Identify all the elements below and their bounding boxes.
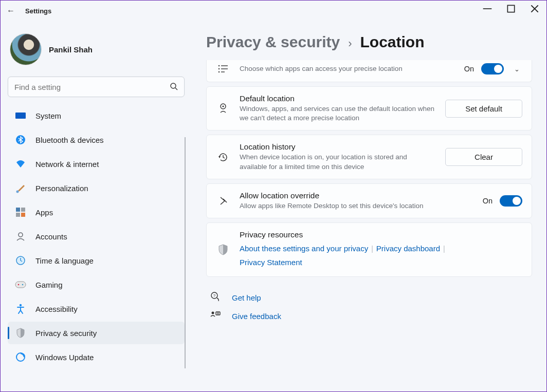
svg-marker-29	[218, 156, 221, 158]
clock-globe-icon	[15, 255, 26, 266]
shield-icon	[15, 327, 26, 339]
svg-point-23	[218, 68, 220, 69]
user-row[interactable]: Pankil Shah	[8, 30, 185, 77]
link-privacy-dashboard[interactable]: Privacy dashboard	[376, 244, 440, 253]
bluetooth-icon	[15, 134, 26, 145]
chevron-down-icon[interactable]: ⌄	[511, 65, 522, 73]
sidebar-item-windows-update[interactable]: Windows Update	[8, 346, 185, 368]
close-icon	[530, 4, 540, 14]
shield-icon	[216, 244, 230, 255]
sidebar-item-accounts[interactable]: Accounts	[8, 225, 185, 248]
sidebar-item-label: Network & internet	[35, 160, 99, 169]
toggle-allow-override[interactable]	[500, 195, 522, 207]
svg-point-13	[19, 233, 23, 237]
app-title: Settings	[25, 7, 51, 15]
sidebar-item-label: Privacy & security	[35, 329, 97, 338]
give-feedback-row[interactable]: Give feedback	[206, 307, 532, 325]
system-icon	[15, 110, 26, 121]
sidebar-item-accessibility[interactable]: Accessibility	[8, 297, 185, 320]
apps-icon	[15, 207, 26, 218]
set-default-button[interactable]: Set default	[445, 100, 522, 118]
svg-rect-1	[507, 5, 514, 12]
nav-list: System Bluetooth & devices Network & int…	[8, 104, 185, 368]
link-about-privacy[interactable]: About these settings and your privacy	[240, 244, 368, 253]
card-location-history: Location history When device location is…	[206, 135, 532, 179]
minimize-button[interactable]	[476, 1, 499, 17]
svg-point-25	[218, 71, 220, 72]
title-bar: ← Settings	[1, 1, 546, 21]
svg-rect-10	[21, 208, 25, 212]
toggle-state-label: On	[464, 65, 474, 73]
sidebar-item-label: Windows Update	[35, 353, 94, 362]
give-feedback-link[interactable]: Give feedback	[232, 312, 281, 321]
sidebar-item-privacy-security[interactable]: Privacy & security	[8, 322, 185, 344]
link-privacy-statement[interactable]: Privacy Statement	[240, 258, 302, 267]
sidebar-item-label: Time & language	[35, 256, 94, 265]
get-help-link[interactable]: Get help	[232, 293, 261, 302]
breadcrumb: Privacy & security › Location	[206, 33, 532, 51]
svg-point-33	[212, 312, 214, 314]
svg-point-16	[18, 284, 20, 286]
search-icon	[170, 82, 178, 92]
sidebar-item-label: Apps	[35, 208, 53, 217]
sidebar-item-label: Gaming	[35, 281, 63, 289]
card-default-location: Default location Windows, apps, and serv…	[206, 86, 532, 130]
search-box[interactable]	[8, 77, 185, 97]
card-title: Privacy resources	[240, 230, 522, 239]
sidebar-item-time-language[interactable]: Time & language	[8, 249, 185, 272]
svg-rect-15	[15, 282, 26, 288]
svg-rect-34	[216, 312, 220, 315]
svg-rect-12	[21, 213, 25, 217]
accessibility-icon	[15, 303, 26, 314]
sidebar-item-label: Accounts	[35, 232, 67, 241]
search-input[interactable]	[14, 83, 170, 91]
update-icon	[15, 351, 26, 363]
close-button[interactable]	[523, 1, 546, 17]
wifi-icon	[15, 158, 26, 170]
card-precise-location[interactable]: Choose which apps can access your precis…	[206, 60, 532, 82]
sidebar-item-label: Personalization	[35, 184, 88, 193]
card-allow-override: Allow location override Allow apps like …	[206, 183, 532, 218]
breadcrumb-parent[interactable]: Privacy & security	[206, 33, 340, 51]
sidebar-item-apps[interactable]: Apps	[8, 201, 185, 223]
sidebar-item-personalization[interactable]: Personalization	[8, 177, 185, 199]
svg-point-21	[218, 65, 220, 66]
window-controls	[476, 1, 546, 21]
separator: |	[368, 245, 376, 253]
feedback-icon	[210, 310, 222, 322]
svg-point-28	[222, 106, 224, 107]
card-desc: When device location is on, your locatio…	[240, 153, 436, 171]
sidebar-item-bluetooth[interactable]: Bluetooth & devices	[8, 128, 185, 151]
sidebar-scrollbar[interactable]	[185, 137, 186, 368]
card-desc: Choose which apps can access your precis…	[240, 64, 455, 73]
svg-text:?: ?	[213, 293, 216, 298]
svg-point-17	[22, 284, 24, 286]
footer-links: ? Get help Give feedback	[206, 288, 532, 325]
sidebar-item-system[interactable]: System	[8, 104, 185, 127]
gaming-icon	[15, 279, 26, 290]
sidebar-item-label: Accessibility	[35, 305, 78, 313]
history-icon	[216, 152, 230, 163]
clear-button[interactable]: Clear	[445, 148, 522, 166]
card-title: Allow location override	[240, 191, 473, 200]
toggle-state-label: On	[483, 197, 493, 205]
sidebar: Pankil Shah System Bluetooth & devices N…	[1, 21, 192, 391]
sidebar-item-network[interactable]: Network & internet	[8, 153, 185, 175]
sidebar-item-gaming[interactable]: Gaming	[8, 273, 185, 296]
user-name: Pankil Shah	[49, 45, 93, 54]
back-button[interactable]: ←	[5, 6, 17, 15]
toggle-precise-location[interactable]	[481, 63, 504, 74]
location-pin-icon	[216, 102, 230, 115]
chevron-right-icon: ›	[348, 37, 352, 50]
separator: |	[440, 245, 448, 253]
svg-point-8	[16, 191, 19, 193]
sidebar-item-label: Bluetooth & devices	[35, 136, 104, 144]
main-content: Privacy & security › Location Choose whi…	[192, 21, 546, 391]
svg-rect-6	[15, 113, 26, 119]
minimize-icon	[482, 4, 493, 14]
get-help-row[interactable]: ? Get help	[206, 288, 532, 307]
page-title: Location	[360, 33, 424, 51]
maximize-button[interactable]	[499, 1, 523, 17]
card-title: Location history	[240, 142, 436, 152]
maximize-icon	[506, 4, 516, 14]
